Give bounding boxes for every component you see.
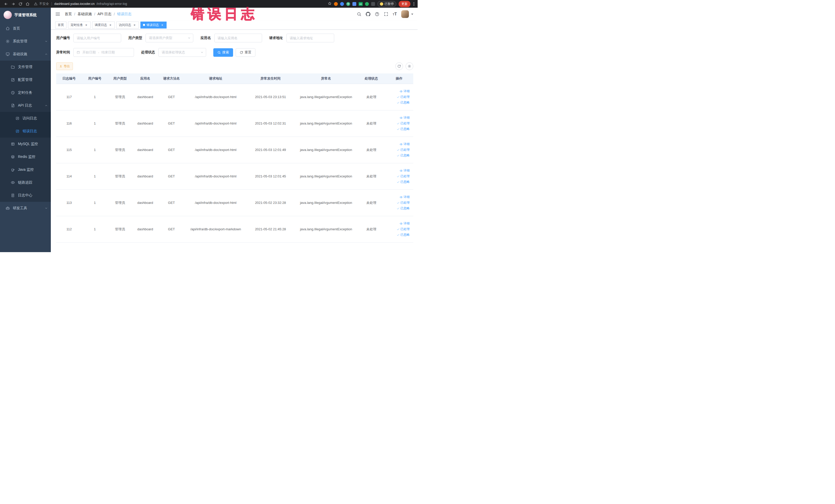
fullscreen-icon[interactable] <box>384 12 388 16</box>
breadcrumb-item-0[interactable]: 首页 <box>65 12 72 16</box>
sidebar-item-system[interactable]: 系统管理 <box>0 35 51 48</box>
chevron-down-icon <box>188 37 191 40</box>
sidebar-item-trace[interactable]: 链路追踪 <box>0 176 51 189</box>
ignored-link[interactable]: 已忽略 <box>396 180 410 184</box>
browser-update-button[interactable]: 更新 <box>399 1 410 7</box>
browser-home-button[interactable] <box>24 1 31 7</box>
tab-error-log[interactable]: 错误日志× <box>140 22 167 28</box>
column-header-3: 应用名 <box>133 74 158 84</box>
ignored-link[interactable]: 已忽略 <box>396 127 410 131</box>
detail-link[interactable]: 详细 <box>400 142 410 146</box>
extension-leaf-icon[interactable] <box>365 2 369 6</box>
tab-close-icon[interactable]: × <box>160 23 164 27</box>
user-id-input[interactable] <box>74 34 121 42</box>
processed-link[interactable]: 已处理 <box>396 227 410 231</box>
detail-link[interactable]: 详细 <box>400 89 410 94</box>
detail-link[interactable]: 详细 <box>400 168 410 173</box>
tab-job-log[interactable]: 调度日志× <box>92 22 115 28</box>
sidebar-item-mysql[interactable]: MySQL 监控 <box>0 138 51 150</box>
tab-home[interactable]: 首页 <box>55 22 66 28</box>
extension-on-badge-icon[interactable]: on <box>359 2 363 6</box>
app-name-input[interactable] <box>214 34 262 42</box>
processed-link[interactable]: 已处理 <box>396 95 410 99</box>
tab-close-icon[interactable]: × <box>108 23 112 27</box>
tab-close-icon[interactable]: × <box>84 23 88 27</box>
extension-dark-icon[interactable] <box>371 2 375 6</box>
breadcrumb-item-2[interactable]: API 日志 <box>98 12 111 16</box>
cell-time: 2021-05-03 23:13:51 <box>247 84 294 110</box>
detail-link[interactable]: 详细 <box>400 116 410 120</box>
reset-button[interactable]: 重置 <box>236 48 256 57</box>
sidebar-item-dev-tools[interactable]: 研发工具 <box>0 202 51 215</box>
sidebar-item-java[interactable]: Java 监控 <box>0 163 51 176</box>
avatar-caret-down-icon[interactable] <box>411 14 413 15</box>
infra-icon <box>6 52 10 56</box>
user-avatar[interactable] <box>401 10 409 18</box>
refresh-table-button[interactable] <box>395 62 403 70</box>
cell-status: 未处理 <box>358 163 385 189</box>
tab-access-log[interactable]: 访问日志× <box>116 22 139 28</box>
browser-forward-button[interactable] <box>10 1 16 7</box>
bookmark-star-icon[interactable] <box>328 2 332 6</box>
sidebar-item-error-log[interactable]: 错误日志 <box>0 125 51 138</box>
sidebar-item-file[interactable]: 文件管理 <box>0 61 51 74</box>
table-row: 1151管理员dashboardGET/api/infra/db-doc/exp… <box>56 137 413 163</box>
extension-orange-icon[interactable] <box>334 2 338 6</box>
browser-reload-button[interactable] <box>17 1 24 7</box>
export-button[interactable]: 导出 <box>56 62 73 70</box>
ignored-link[interactable]: 已忽略 <box>396 153 410 158</box>
tab-close-icon[interactable]: × <box>133 23 136 27</box>
action-label: 详细 <box>404 168 410 173</box>
column-settings-button[interactable] <box>406 62 413 70</box>
search-button[interactable]: 搜索 <box>213 48 233 57</box>
request-url-input[interactable] <box>286 34 334 42</box>
sidebar-item-config[interactable]: 配置管理 <box>0 74 51 86</box>
sidebar-toggle-button[interactable] <box>55 12 60 17</box>
ignored-link[interactable]: 已忽略 <box>396 100 410 105</box>
sidebar-item-job[interactable]: 定时任务 <box>0 86 51 99</box>
ignored-link[interactable]: 已忽略 <box>396 206 410 210</box>
browser-menu-icon[interactable] <box>413 2 415 6</box>
breadcrumb-item-1[interactable]: 基础设施 <box>78 12 92 16</box>
cell-url: /api/infra/db-doc/export-html <box>185 189 247 216</box>
detail-link[interactable]: 详细 <box>400 195 410 199</box>
help-question-icon[interactable] <box>375 12 380 16</box>
sidebar-item-redis[interactable]: Redis 监控 <box>0 150 51 163</box>
exception-time-range-picker[interactable]: 开始日期 - 结束日期 <box>74 48 134 57</box>
github-icon[interactable] <box>366 12 370 16</box>
vue-devtools-icon[interactable]: V <box>346 2 350 6</box>
cell-user-id: 1 <box>82 84 107 110</box>
sidebar-item-infra[interactable]: 基础设施 <box>0 48 51 61</box>
check-icon <box>396 201 400 204</box>
filter-label-user-type: 用户类型 <box>128 36 142 40</box>
cell-app-name: dashboard <box>133 189 158 216</box>
browser-back-button[interactable] <box>3 1 9 7</box>
extensions-puzzle-icon[interactable] <box>352 2 356 6</box>
cell-url: /api/infra/db-doc/export-html <box>185 137 247 163</box>
user-type-select[interactable]: 请选择用户类型 <box>145 34 193 42</box>
action-label: 已忽略 <box>401 206 410 210</box>
process-status-select[interactable]: 请选择处理状态 <box>158 48 206 57</box>
paused-label: 已暂停 <box>385 2 394 6</box>
sidebar-item-home[interactable]: 首页 <box>0 22 51 35</box>
address-bar[interactable]: 不安全 dashboard.yudao.iocoder.cn/infra/log… <box>34 2 327 6</box>
sidebar-item-log-center[interactable]: 日志中心 <box>0 189 51 202</box>
tampermonkey-paused-badge[interactable]: 已暂停 <box>377 1 396 7</box>
ignored-link[interactable]: 已忽略 <box>396 233 410 237</box>
sidebar-item-access-log[interactable]: 访问日志 <box>0 112 51 125</box>
sidebar-item-api-log[interactable]: API 日志 <box>0 99 51 112</box>
extension-blue-icon[interactable] <box>340 2 344 6</box>
processed-link[interactable]: 已处理 <box>396 148 410 152</box>
search-icon[interactable] <box>357 12 361 16</box>
cell-log-id: 114 <box>56 163 82 189</box>
processed-link[interactable]: 已处理 <box>396 201 410 205</box>
processed-link[interactable]: 已处理 <box>396 121 410 125</box>
detail-link[interactable]: 详细 <box>400 221 410 226</box>
browser-chrome: 不安全 dashboard.yudao.iocoder.cn/infra/log… <box>0 0 418 8</box>
tab-job[interactable]: 定时任务× <box>68 22 90 28</box>
table-row: 1171管理员dashboardGET/api/infra/db-doc/exp… <box>56 84 413 110</box>
font-size-icon[interactable]: TT <box>393 12 397 16</box>
browser-toolbar-right: V on 已暂停 更新 <box>328 1 415 7</box>
app-logo-block[interactable]: 芋道管理系统 <box>0 8 51 22</box>
processed-link[interactable]: 已处理 <box>396 174 410 178</box>
